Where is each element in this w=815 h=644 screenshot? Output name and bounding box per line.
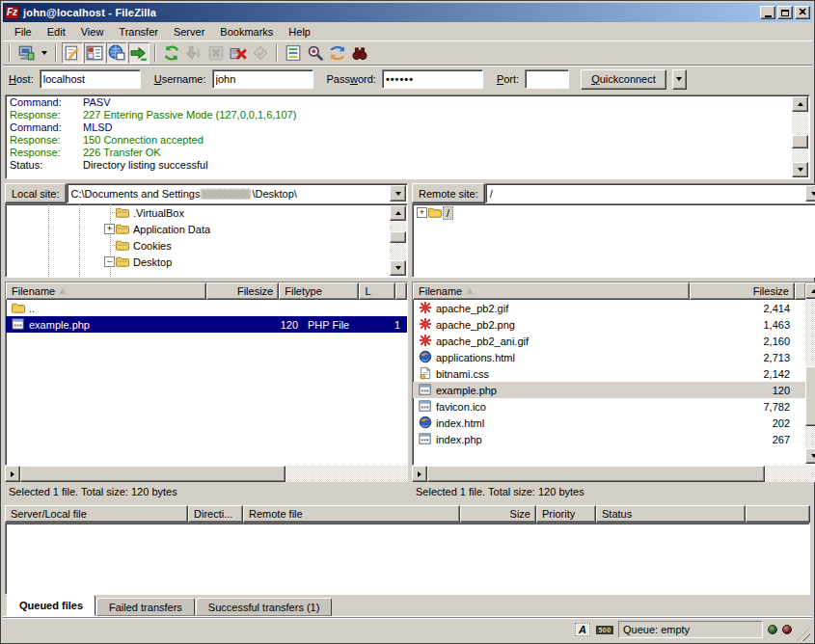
file-size-cell: 2,160 (690, 335, 795, 347)
file-size-cell: 120 (225, 319, 303, 331)
tab-successful-transfers-1-[interactable]: Successful transfers (1) (196, 598, 333, 616)
tree-item-root[interactable]: +/ (413, 204, 815, 221)
menu-bookmarks[interactable]: Bookmarks (212, 24, 281, 40)
toggle-queue-button[interactable] (128, 42, 149, 64)
file-name-cell: apache_pb2_ani.gif (413, 334, 690, 348)
remote-site-label: Remote site: (412, 183, 485, 203)
file-size-cell: 1,463 (690, 319, 795, 331)
remote-site-dropdown[interactable] (805, 185, 815, 201)
directory-comparison-button[interactable] (305, 42, 326, 64)
menu-edit[interactable]: Edit (40, 24, 73, 40)
scroll-down-button[interactable] (805, 448, 815, 464)
tree-item-application-data[interactable]: +Application Data (6, 221, 407, 237)
local-column-header-filename[interactable]: Filename (6, 282, 206, 300)
close-button[interactable]: ✕ (795, 6, 810, 19)
expand-icon[interactable]: + (417, 207, 427, 218)
file-row-bitnami-css[interactable]: bitnami.css2,142 (413, 365, 815, 382)
remote-column-header-filesize[interactable]: Filesize (690, 282, 795, 300)
log-line-text: Directory listing successful (83, 159, 208, 171)
data-type-ascii-icon[interactable]: A (574, 623, 591, 637)
queue-header: Server/Local fileDirecti...Remote fileSi… (5, 505, 810, 523)
file-row-example-php[interactable]: example.php120 (413, 382, 815, 398)
find-files-button[interactable] (349, 42, 370, 64)
site-manager-dropdown[interactable] (38, 42, 50, 64)
file-row-applications-html[interactable]: applications.html2,713 (413, 349, 815, 365)
scroll-down-button[interactable] (792, 162, 808, 177)
local-column-header-l[interactable]: L (359, 282, 395, 300)
quickconnect-dropdown[interactable] (672, 69, 687, 90)
menu-transfer[interactable]: Transfer (111, 24, 166, 40)
quickconnect-button[interactable]: Quickconnect (581, 69, 666, 90)
toggle-message-log-button[interactable] (62, 42, 83, 64)
local-column-header-filesize[interactable]: Filesize (206, 282, 279, 300)
local-site-dropdown[interactable] (390, 185, 406, 201)
queue-column-header-fill[interactable] (746, 505, 810, 523)
tree-connector (110, 245, 127, 246)
refresh-button[interactable] (161, 42, 182, 64)
file-name-cell: index.php (413, 432, 690, 446)
scrollbar-thumb[interactable] (427, 466, 765, 482)
tree-item--virtualbox[interactable]: .VirtualBox (6, 204, 407, 221)
username-input[interactable] (212, 69, 313, 89)
menu-file[interactable]: File (7, 24, 40, 40)
scrollbar-thumb[interactable] (805, 366, 815, 426)
tab-failed-transfers[interactable]: Failed transfers (96, 598, 195, 616)
file-row-favicon-ico[interactable]: favicon.ico7,782 (413, 398, 815, 415)
scrollbar-thumb[interactable] (792, 135, 808, 148)
scroll-up-button[interactable] (792, 96, 808, 112)
file-row-apache-pb2-gif[interactable]: apache_pb2.gif2,414 (413, 300, 815, 316)
local-file-list: FilenameFilesizeFiletypeL ..example.php1… (5, 282, 408, 466)
log-scrollbar[interactable] (792, 96, 808, 177)
activity-led-red-icon (782, 625, 792, 634)
file-row-index-php[interactable]: index.php267 (413, 431, 815, 447)
toggle-remote-tree-button[interactable] (106, 42, 127, 64)
remote-list-scrollbar[interactable] (805, 283, 815, 464)
file-row-example-php[interactable]: example.php120PHP File1 (6, 316, 407, 333)
maximize-button[interactable] (777, 6, 793, 19)
port-input[interactable] (525, 69, 569, 89)
scroll-right-button[interactable] (5, 466, 20, 482)
local-site-combo[interactable]: C:\Documents and Settings\Desktop\ (67, 183, 408, 203)
tree-item-cookies[interactable]: Cookies (6, 237, 407, 254)
tree-connector (110, 261, 127, 262)
window-title: john@localhost - FileZilla (23, 7, 756, 18)
queue-column-header-priority[interactable]: Priority (536, 505, 596, 523)
find-icon (351, 44, 368, 62)
menu-view[interactable]: View (73, 24, 112, 40)
file-row-apache-pb2-png[interactable]: apache_pb2.png1,463 (413, 316, 815, 333)
queue-column-header-status[interactable]: Status (596, 505, 746, 523)
menu-help[interactable]: Help (281, 24, 318, 40)
queue-column-header-server-local-file[interactable]: Server/Local file (5, 505, 188, 523)
disconnect-button[interactable] (228, 42, 249, 64)
file-row--[interactable]: .. (6, 300, 407, 316)
filter-button[interactable] (283, 42, 304, 64)
scrollbar-thumb[interactable] (20, 466, 285, 482)
folder-icon (11, 301, 26, 315)
password-input[interactable] (382, 69, 483, 89)
queue-column-header-directi-[interactable]: Directi... (188, 505, 243, 523)
host-input[interactable] (40, 69, 141, 89)
queue-column-header-size[interactable]: Size (460, 505, 536, 523)
tree-item-desktop[interactable]: −Desktop (6, 254, 407, 270)
remote-column-header-filename[interactable]: Filename (413, 282, 690, 300)
synchronized-browsing-button[interactable] (327, 42, 348, 64)
minimize-button[interactable] (760, 6, 775, 19)
local-pane: Local site: C:\Documents and Settings\De… (5, 183, 408, 501)
scroll-up-button[interactable] (805, 283, 815, 299)
remote-directory-tree: +/ (412, 203, 815, 278)
speed-limit-icon[interactable]: 500 (596, 623, 613, 637)
remote-horizontal-scrollbar[interactable] (412, 466, 815, 482)
file-row-index-html[interactable]: index.html202 (413, 415, 815, 431)
file-name-cell: .. (6, 301, 225, 315)
tab-queued-files[interactable]: Queued files (7, 595, 95, 616)
scroll-right-button[interactable] (412, 466, 427, 482)
resize-grip[interactable] (797, 628, 810, 641)
local-horizontal-scrollbar[interactable] (5, 466, 408, 482)
site-manager-button[interactable] (15, 42, 37, 64)
toggle-local-tree-button[interactable] (84, 42, 105, 64)
menu-server[interactable]: Server (166, 24, 212, 40)
file-row-apache-pb2-ani-gif[interactable]: apache_pb2_ani.gif2,160 (413, 333, 815, 349)
local-column-header-filetype[interactable]: Filetype (279, 282, 359, 300)
queue-column-header-remote-file[interactable]: Remote file (243, 505, 460, 523)
remote-site-combo[interactable]: / (485, 183, 815, 203)
